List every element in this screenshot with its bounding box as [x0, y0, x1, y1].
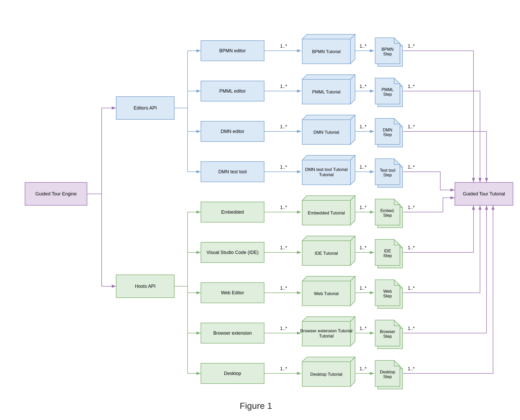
- step-doc-5: IDEStep: [375, 239, 403, 268]
- hosts-api: Hosts API: [116, 275, 175, 298]
- svg-text:IDE: IDE: [384, 249, 391, 253]
- svg-text:Step: Step: [383, 132, 392, 137]
- svg-marker-16: [302, 115, 355, 120]
- svg-text:DMN: DMN: [383, 128, 392, 132]
- svg-marker-25: [350, 155, 355, 185]
- svg-marker-24: [302, 155, 355, 160]
- tutorial-cube-3: DMN test tool TutorialTutorial: [302, 155, 355, 185]
- multiplicity-label: 1..*: [408, 124, 415, 130]
- editor-box-1: PMML editor: [201, 81, 264, 101]
- step-doc-8: DesktopStep: [375, 360, 403, 389]
- tutorial-cube-2: DMN Tutorial: [302, 115, 355, 144]
- editor-box-3: DMN test tool: [201, 161, 264, 182]
- svg-marker-67: [350, 357, 355, 386]
- svg-text:PMML Tutorial: PMML Tutorial: [312, 90, 341, 94]
- multiplicity-label: 1..*: [408, 43, 415, 49]
- multiplicity-label: 1..*: [280, 245, 287, 251]
- multiplicity-label: 1..*: [280, 164, 287, 170]
- multiplicity-label: 1..*: [360, 164, 367, 170]
- multiplicity-label: 1..*: [360, 84, 367, 89]
- svg-text:BPMN Tutorial: BPMN Tutorial: [312, 49, 341, 54]
- multiplicity-label: 1..*: [360, 205, 367, 210]
- multiplicity-label: 1..*: [408, 164, 415, 170]
- svg-text:Desktop: Desktop: [380, 370, 395, 374]
- multiplicity-label: 1..*: [280, 205, 287, 210]
- tutorial-cube-5: IDE Tutorial: [302, 236, 355, 265]
- svg-text:PMML: PMML: [381, 87, 393, 92]
- svg-marker-8: [302, 75, 355, 79]
- svg-text:Browser: Browser: [380, 329, 395, 334]
- multiplicity-label: 1..*: [360, 245, 367, 251]
- svg-text:IDE Tutorial: IDE Tutorial: [315, 251, 338, 256]
- svg-text:Step: Step: [383, 92, 392, 97]
- step-doc-7: BrowserStep: [375, 320, 403, 349]
- svg-text:Test tool: Test tool: [380, 168, 395, 173]
- svg-text:Step: Step: [383, 52, 392, 56]
- guided-tour-engine: Guided Tour Engine: [25, 182, 87, 206]
- svg-text:Step: Step: [383, 253, 392, 258]
- svg-marker-17: [350, 115, 355, 144]
- svg-text:Step: Step: [383, 334, 392, 339]
- svg-marker-57: [302, 317, 355, 321]
- multiplicity-label: 1..*: [280, 285, 287, 291]
- figure-caption: Figure 1: [240, 401, 272, 411]
- svg-marker-42: [350, 236, 355, 265]
- svg-text:Embedded Tutorial: Embedded Tutorial: [308, 211, 345, 215]
- multiplicity-label: 1..*: [360, 43, 367, 49]
- multiplicity-label: 1..*: [280, 84, 287, 89]
- tutorial-cube-4: Embedded Tutorial: [302, 196, 355, 225]
- svg-text:Step: Step: [383, 374, 392, 379]
- multiplicity-label: 1..*: [360, 124, 367, 130]
- step-doc-6: WebStep: [375, 280, 403, 308]
- svg-marker-66: [302, 357, 355, 362]
- multiplicity-label: 1..*: [280, 124, 287, 130]
- multiplicity-label: 1..*: [280, 43, 287, 49]
- svg-marker-50: [350, 276, 355, 306]
- multiplicity-label: 1..*: [408, 326, 415, 331]
- tutorial-cube-6: Web Tutorial: [302, 276, 355, 306]
- svg-marker-41: [302, 236, 355, 241]
- svg-text:Desktop Tutorial: Desktop Tutorial: [310, 372, 342, 377]
- svg-marker-0: [302, 34, 355, 39]
- step-doc-2: DMNStep: [375, 118, 403, 147]
- multiplicity-label: 1..*: [280, 366, 287, 372]
- multiplicity-label: 1..*: [408, 285, 415, 291]
- svg-text:Embed.: Embed.: [380, 208, 395, 213]
- svg-text:Step: Step: [383, 173, 392, 177]
- svg-text:Web Tutorial: Web Tutorial: [314, 291, 339, 296]
- editors-api: Editors API: [116, 96, 175, 120]
- svg-text:Browser extension Tutorial: Browser extension Tutorial: [300, 328, 352, 333]
- multiplicity-label: 1..*: [280, 326, 287, 331]
- step-doc-0: BPMNStep: [375, 38, 403, 66]
- svg-text:Tutorial: Tutorial: [319, 334, 333, 339]
- multiplicity-label: 1..*: [408, 84, 415, 89]
- multiplicity-label: 1..*: [360, 326, 367, 331]
- svg-marker-1: [350, 34, 355, 64]
- svg-text:BPMN: BPMN: [381, 47, 393, 52]
- svg-text:Step: Step: [383, 294, 392, 298]
- editor-box-7: Browser extension: [201, 323, 264, 343]
- editor-box-6: Web Editor: [201, 282, 264, 303]
- svg-marker-49: [302, 276, 355, 281]
- svg-marker-9: [350, 75, 355, 104]
- step-doc-3: Test toolStep: [375, 159, 403, 187]
- multiplicity-label: 1..*: [408, 205, 415, 210]
- editor-box-8: Desktop: [201, 363, 264, 384]
- svg-marker-34: [350, 196, 355, 225]
- tutorial-cube-7: Browser extension TutorialTutorial: [300, 317, 355, 346]
- svg-marker-33: [302, 196, 355, 200]
- svg-text:Web: Web: [383, 289, 392, 294]
- svg-text:DMN test tool Tutorial: DMN test tool Tutorial: [305, 167, 348, 172]
- svg-text:Tutorial: Tutorial: [319, 172, 333, 177]
- multiplicity-label: 1..*: [408, 366, 415, 372]
- step-doc-1: PMMLStep: [375, 78, 403, 107]
- guided-tour-tutorial: Guided Tour Tutorial: [455, 182, 513, 206]
- editor-box-0: BPMN editor: [201, 40, 264, 61]
- editor-box-4: Embedded: [201, 202, 264, 222]
- editor-box-2: DMN editor: [201, 121, 264, 142]
- tutorial-cube-0: BPMN Tutorial: [302, 34, 355, 64]
- multiplicity-label: 1..*: [360, 285, 367, 291]
- svg-text:DMN Tutorial: DMN Tutorial: [313, 130, 339, 135]
- svg-text:Step: Step: [383, 213, 392, 218]
- editor-box-5: Visual Studio Code (IDE): [201, 242, 264, 263]
